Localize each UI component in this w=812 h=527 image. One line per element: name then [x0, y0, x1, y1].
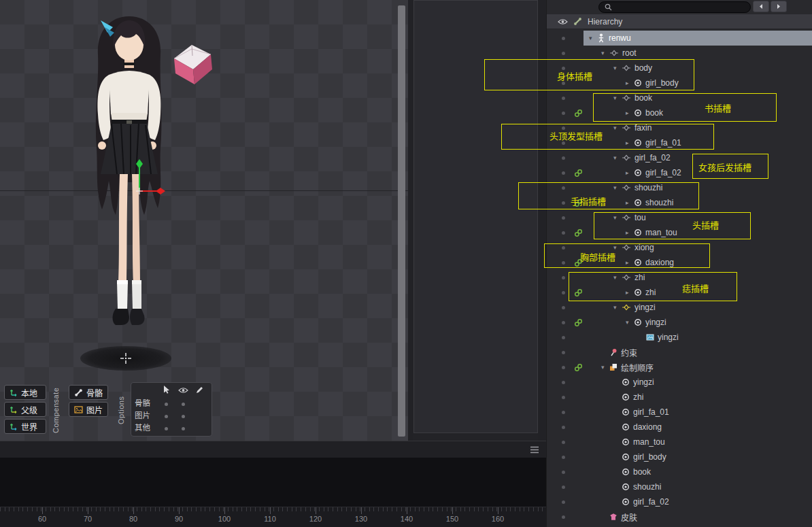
tree-row-yingzi[interactable]: yingzi — [547, 330, 812, 345]
timeline-ruler[interactable]: 60708090100110120130140150160 — [0, 507, 546, 527]
tree-row-book[interactable]: book — [547, 464, 812, 479]
option-dot[interactable] — [182, 403, 185, 406]
option-dot[interactable] — [182, 415, 185, 418]
expand-arrow[interactable]: ▸ — [626, 285, 634, 300]
compensate-picture-button[interactable]: 图片 — [69, 402, 108, 417]
tree-row-shouzhi[interactable]: shouzhi — [547, 479, 812, 494]
option-dot[interactable] — [165, 415, 168, 418]
options-cursor-icon[interactable] — [163, 386, 170, 394]
visibility-dot[interactable] — [562, 291, 565, 294]
menu-icon[interactable] — [530, 446, 539, 454]
visibility-dot[interactable] — [562, 276, 565, 279]
tree-row-man_tou[interactable]: ▸man_tou — [547, 225, 812, 240]
options-eye-icon[interactable] — [178, 387, 188, 394]
tree-row-book[interactable]: ▾book — [547, 90, 812, 105]
visibility-dot[interactable] — [562, 411, 565, 414]
visibility-dot[interactable] — [562, 381, 565, 384]
expand-arrow[interactable]: ▾ — [601, 360, 609, 375]
tree-row-faxin[interactable]: ▾faxin — [547, 120, 812, 135]
tree-row-man_tou[interactable]: man_tou — [547, 435, 812, 449]
options-pencil-icon[interactable] — [196, 386, 203, 394]
tree-row-zhi[interactable]: zhi — [547, 390, 812, 405]
tree-row-约束[interactable]: 约束 — [547, 345, 812, 360]
visibility-dot[interactable] — [562, 441, 565, 444]
tree-row-girl_body[interactable]: girl_body — [547, 449, 812, 464]
visibility-dot[interactable] — [562, 306, 565, 309]
tree-row-yingzi[interactable]: ▾yingzi — [547, 300, 812, 315]
visibility-dot[interactable] — [562, 186, 565, 190]
expand-arrow[interactable]: ▾ — [613, 180, 622, 195]
compensate-bone-button[interactable]: 骨骼 — [69, 385, 108, 400]
expand-arrow[interactable]: ▸ — [626, 135, 634, 150]
tree-row-girl_fa_01[interactable]: ▸girl_fa_01 — [547, 135, 812, 150]
world-axes-button[interactable]: 世界 — [4, 419, 46, 434]
visibility-dot[interactable] — [562, 126, 565, 130]
local-axes-button[interactable]: 本地 — [4, 385, 46, 400]
hierarchy-bone-icon[interactable] — [573, 17, 582, 26]
search-box[interactable] — [598, 1, 751, 13]
expand-arrow[interactable]: ▾ — [613, 240, 622, 255]
tree-row-shouzhi[interactable]: ▾shouzhi — [547, 180, 812, 195]
search-input[interactable] — [615, 3, 745, 12]
parent-axes-button[interactable]: 父级 — [4, 402, 46, 417]
expand-arrow[interactable]: ▾ — [613, 90, 622, 105]
expand-arrow[interactable]: ▸ — [626, 165, 634, 180]
tree-row-yingzi[interactable]: ▾yingzi — [547, 315, 812, 330]
expand-arrow[interactable]: ▸ — [626, 225, 634, 240]
tree-row-renwu[interactable]: ▾renwu — [547, 31, 812, 46]
visibility-dot[interactable] — [562, 52, 565, 55]
visibility-dot[interactable] — [562, 82, 565, 85]
tree-row-绘制顺序[interactable]: ▾绘制顺序 — [547, 360, 812, 375]
expand-arrow[interactable]: ▾ — [613, 270, 622, 285]
tree-row-girl_fa_02[interactable]: ▾girl_fa_02 — [547, 150, 812, 165]
visibility-dot[interactable] — [562, 336, 565, 339]
visibility-dot[interactable] — [562, 201, 565, 205]
visibility-dot[interactable] — [562, 486, 565, 489]
visibility-dot[interactable] — [562, 515, 565, 519]
tree-row-girl_fa_01[interactable]: girl_fa_01 — [547, 405, 812, 420]
tree-row-zhi[interactable]: ▾zhi — [547, 270, 812, 285]
expand-arrow[interactable]: ▾ — [613, 300, 622, 315]
tree-row-zhi[interactable]: ▸zhi — [547, 285, 812, 300]
visibility-dot[interactable] — [562, 426, 565, 429]
tree-row-daxiong[interactable]: daxiong — [547, 420, 812, 435]
visibility-dot[interactable] — [562, 261, 565, 265]
visibility-dot[interactable] — [562, 456, 565, 459]
dopesheet-area[interactable] — [0, 458, 546, 507]
expand-arrow[interactable]: ▸ — [626, 105, 634, 120]
tree-row-shouzhi[interactable]: ▸shouzhi — [547, 195, 812, 210]
visibility-dot[interactable] — [562, 171, 565, 175]
visibility-dot[interactable] — [562, 351, 565, 354]
viewport-scrollbar[interactable] — [398, 5, 405, 437]
tree-row-daxiong[interactable]: ▸daxiong — [547, 255, 812, 270]
tree-row-yingzi[interactable]: yingzi — [547, 375, 812, 390]
visibility-dot[interactable] — [562, 97, 565, 100]
expand-arrow[interactable]: ▾ — [613, 150, 622, 165]
expand-arrow[interactable]: ▾ — [613, 120, 622, 135]
expand-arrow[interactable]: ▸ — [626, 255, 634, 270]
tree-row-root[interactable]: ▾root — [547, 46, 812, 61]
hierarchy-eye-icon[interactable] — [558, 18, 568, 25]
tree-row-girl_body[interactable]: ▸girl_body — [547, 75, 812, 90]
book-attachment[interactable] — [169, 35, 216, 92]
expand-arrow[interactable]: ▾ — [613, 61, 622, 75]
option-dot[interactable] — [165, 427, 168, 430]
transform-gizmo[interactable] — [131, 156, 169, 199]
visibility-dot[interactable] — [562, 156, 565, 160]
tree-row-xiong[interactable]: ▾xiong — [547, 240, 812, 255]
visibility-dot[interactable] — [562, 366, 565, 369]
visibility-dot[interactable] — [562, 471, 565, 474]
option-dot[interactable] — [165, 403, 168, 406]
expand-arrow[interactable]: ▸ — [626, 75, 634, 90]
visibility-dot[interactable] — [562, 246, 565, 250]
forward-button[interactable] — [771, 1, 787, 12]
visibility-dot[interactable] — [562, 231, 565, 235]
tree-row-book[interactable]: ▸book — [547, 105, 812, 120]
expand-arrow[interactable]: ▾ — [589, 31, 597, 46]
visibility-dot[interactable] — [562, 141, 565, 145]
expand-arrow[interactable]: ▸ — [626, 195, 634, 210]
tree-row-皮肤[interactable]: 皮肤 — [547, 509, 812, 524]
back-button[interactable] — [753, 1, 769, 12]
visibility-dot[interactable] — [562, 321, 565, 324]
visibility-dot[interactable] — [562, 396, 565, 399]
